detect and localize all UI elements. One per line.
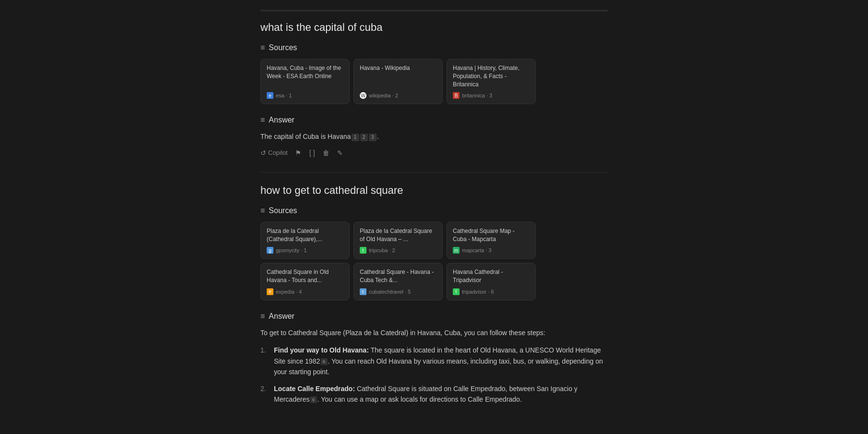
favicon-gps: g xyxy=(267,247,273,254)
answer-icon-2: ≡ xyxy=(260,312,265,321)
source-site-2-3: mapcarta · 3 xyxy=(462,247,491,253)
answer-list-2: 1. Find your way to Old Havana: The squa… xyxy=(260,345,608,405)
sources-icon-1: ≡ xyxy=(260,43,265,52)
sources-label-1: Sources xyxy=(269,43,297,52)
trash-button[interactable]: 🗑 xyxy=(323,149,329,157)
source-title-2-4: Cathedral Square in Old Havana - Tours a… xyxy=(267,268,343,285)
citation-1-1: 1 xyxy=(352,134,359,141)
source-footer-2-4: e expedia · 4 xyxy=(267,288,343,295)
source-title-1-2: Havana - Wikipedia xyxy=(360,64,436,72)
source-site-1-3: britannica · 3 xyxy=(462,93,492,98)
flag-icon: ⚑ xyxy=(295,149,301,157)
list-bold-1: Find your way to Old Havana: xyxy=(274,346,369,354)
query-title-2: how to get to cathedral square xyxy=(260,184,608,197)
source-footer-1-2: W wikipedia · 2 xyxy=(360,92,436,99)
favicon-wiki: W xyxy=(360,92,366,99)
source-footer-2-6: t tripadvisor · 6 xyxy=(453,288,529,295)
answer-text-1: The capital of Cuba is Havana123. xyxy=(260,131,608,142)
brackets-icon: [ ] xyxy=(309,149,315,157)
sources-header-1: ≡ Sources xyxy=(260,43,608,52)
answer-label-1: Answer xyxy=(269,116,294,124)
source-title-2-2: Plaza de la Catedral Square of Old Havan… xyxy=(360,227,436,244)
page-container: what is the capital of cuba ≡ Sources Ha… xyxy=(241,0,627,434)
source-card-2-3[interactable]: Cathedral Square Map - Cuba - Mapcarta m… xyxy=(447,222,536,259)
source-site-2-1: gpsmycity · 1 xyxy=(276,247,307,253)
favicon-map: m xyxy=(453,247,460,254)
query-title-1: what is the capital of cuba xyxy=(260,21,608,34)
source-footer-1-1: e esa · 1 xyxy=(267,92,343,99)
source-title-2-5: Cathedral Square - Havana - Cuba Tech &.… xyxy=(360,268,436,285)
source-footer-1-3: B britannica · 3 xyxy=(453,92,529,99)
source-card-1-3[interactable]: Havana | History, Climate, Population, &… xyxy=(447,59,536,104)
divider-1 xyxy=(260,172,608,173)
top-bar xyxy=(260,10,608,12)
source-site-2-4: expedia · 4 xyxy=(276,289,302,295)
brackets-button[interactable]: [ ] xyxy=(309,149,315,157)
edit-button[interactable]: ✎ xyxy=(337,149,343,157)
source-card-1-1[interactable]: Havana, Cuba - Image of the Week - ESA E… xyxy=(260,59,350,104)
copilot-icon: ↺ xyxy=(260,149,266,157)
query-section-1: what is the capital of cuba ≡ Sources Ha… xyxy=(260,21,608,157)
answer-main-text-1: The capital of Cuba is Havana xyxy=(260,133,351,140)
answer-actions-1: ↺ Copilot ⚑ [ ] 🗑 ✎ xyxy=(260,149,608,157)
source-card-2-2[interactable]: Plaza de la Catedral Square of Old Havan… xyxy=(353,222,443,259)
source-footer-2-5: c cubatechtravel · 5 xyxy=(360,288,436,295)
answer-icon-1: ≡ xyxy=(260,116,265,124)
source-card-2-1[interactable]: Plaza de la Catedral (Cathedral Square),… xyxy=(260,222,350,259)
answer-header-2: ≡ Answer xyxy=(260,312,608,321)
flag-button[interactable]: ⚑ xyxy=(295,149,301,157)
list-content-2: Locate Calle Empedrado: Cathedral Square… xyxy=(274,383,608,405)
citation-1-3: 3 xyxy=(369,134,377,141)
source-title-2-6: Havana Cathedral - Tripadvisor xyxy=(453,268,529,285)
source-footer-2-2: t tripcuba · 2 xyxy=(360,247,436,254)
source-footer-2-1: g gpsmycity · 1 xyxy=(267,247,343,254)
inline-cite-2: 6 xyxy=(310,396,317,403)
list-content-1: Find your way to Old Havana: The square … xyxy=(274,345,608,377)
answer-section-1: ≡ Answer The capital of Cuba is Havana12… xyxy=(260,116,608,156)
favicon-tripadvisor: t xyxy=(453,288,460,295)
source-site-1-1: esa · 1 xyxy=(276,93,292,98)
favicon-cubatechtravel: c xyxy=(360,288,366,295)
answer-header-1: ≡ Answer xyxy=(260,116,608,124)
sources-grid-1: Havana, Cuba - Image of the Week - ESA E… xyxy=(260,59,608,104)
list-num-2: 2. xyxy=(260,383,269,405)
query-section-2: how to get to cathedral square ≡ Sources… xyxy=(260,184,608,405)
sources-grid-2: Plaza de la Catedral (Cathedral Square),… xyxy=(260,222,608,300)
sources-label-2: Sources xyxy=(269,206,297,215)
list-bold-2: Locate Calle Empedrado: xyxy=(274,385,355,393)
favicon-esa: e xyxy=(267,92,273,99)
source-site-2-6: tripadvisor · 6 xyxy=(462,289,494,295)
source-title-1-3: Havana | History, Climate, Population, &… xyxy=(453,64,529,88)
list-num-1: 1. xyxy=(260,345,269,377)
source-card-1-2[interactable]: Havana - Wikipedia W wikipedia · 2 xyxy=(353,59,443,104)
list-item-2: 2. Locate Calle Empedrado: Cathedral Squ… xyxy=(260,383,608,405)
source-title-2-1: Plaza de la Catedral (Cathedral Square),… xyxy=(267,227,343,244)
answer-section-2: ≡ Answer To get to Cathedral Square (Pla… xyxy=(260,312,608,405)
source-title-2-3: Cathedral Square Map - Cuba - Mapcarta xyxy=(453,227,529,244)
source-card-2-4[interactable]: Cathedral Square in Old Havana - Tours a… xyxy=(260,263,350,300)
sources-icon-2: ≡ xyxy=(260,206,265,215)
favicon-brit: B xyxy=(453,92,460,99)
source-site-1-2: wikipedia · 2 xyxy=(369,93,398,98)
edit-icon: ✎ xyxy=(337,149,343,157)
answer-intro-2: To get to Cathedral Square (Plaza de la … xyxy=(260,327,608,338)
answer-suffix-1: . xyxy=(377,133,379,140)
citation-1-2: 2 xyxy=(360,134,368,141)
favicon-expedia: e xyxy=(267,288,273,295)
favicon-tripcuba: t xyxy=(360,247,366,254)
source-site-2-2: tripcuba · 2 xyxy=(369,247,395,253)
source-card-2-5[interactable]: Cathedral Square - Havana - Cuba Tech &.… xyxy=(353,263,443,300)
answer-label-2: Answer xyxy=(269,312,294,321)
copilot-label: Copilot xyxy=(268,149,287,156)
list-item-1: 1. Find your way to Old Havana: The squa… xyxy=(260,345,608,377)
inline-cite-1: 6 xyxy=(321,358,327,365)
source-site-2-5: cubatechtravel · 5 xyxy=(369,289,411,295)
source-footer-2-3: m mapcarta · 3 xyxy=(453,247,529,254)
trash-icon: 🗑 xyxy=(323,149,329,157)
source-card-2-6[interactable]: Havana Cathedral - Tripadvisor t tripadv… xyxy=(447,263,536,300)
copilot-button[interactable]: ↺ Copilot xyxy=(260,149,287,157)
list-after-2: . You can use a map or ask locals for di… xyxy=(317,395,522,403)
source-title-1-1: Havana, Cuba - Image of the Week - ESA E… xyxy=(267,64,343,81)
sources-header-2: ≡ Sources xyxy=(260,206,608,215)
